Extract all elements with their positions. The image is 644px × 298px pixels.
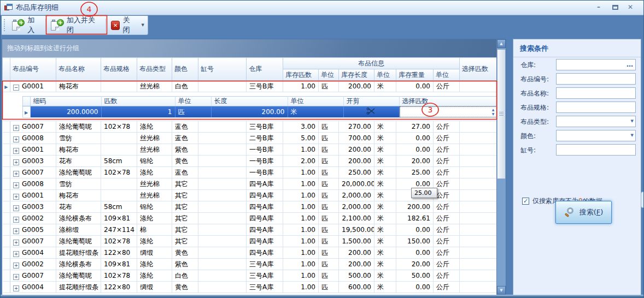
cell-select-pieces[interactable]: [460, 236, 497, 247]
detail-header-unit1[interactable]: 单位: [175, 97, 211, 106]
cell-select-pieces[interactable]: [460, 247, 497, 259]
expander-icon[interactable]: +: [13, 148, 19, 154]
scrollbar-thumb[interactable]: [497, 49, 506, 179]
expander-icon[interactable]: +: [13, 194, 19, 200]
expander-icon[interactable]: +: [13, 125, 19, 131]
cell-select-pieces[interactable]: [460, 133, 497, 144]
minimize-button[interactable]: –: [592, 3, 605, 13]
close-dropdown-caret[interactable]: ▼: [140, 23, 148, 27]
expander-icon[interactable]: −: [13, 85, 19, 91]
table-row[interactable]: +G0005 涤棉缎 247×114 棉 其它 四号A库 1.00 匹 19,5…: [3, 224, 497, 236]
expander-icon[interactable]: +: [13, 228, 19, 234]
column-header-batch[interactable]: 缸号: [198, 58, 247, 81]
cut-button[interactable]: [343, 106, 399, 118]
table-row[interactable]: +G0004 提花顺纡缎条 122×80 绸缎 黄色 四号A库 1.00 匹 2…: [3, 247, 497, 259]
expander-icon[interactable]: +: [13, 285, 19, 291]
search-field-input[interactable]: ▼: [556, 116, 636, 127]
cell-select-pieces[interactable]: [460, 190, 497, 201]
dropdown-arrow-icon[interactable]: ▼: [631, 116, 634, 127]
ellipsis-button[interactable]: …: [627, 59, 634, 70]
column-header-spec[interactable]: 布品规格: [101, 58, 137, 81]
detail-header-length[interactable]: 长度: [211, 97, 288, 106]
add-button[interactable]: + 加入: [8, 16, 45, 34]
close-window-button[interactable]: ✕: [624, 3, 637, 13]
search-button[interactable]: 搜索(F): [555, 201, 612, 224]
search-field-input[interactable]: [556, 73, 636, 85]
scroll-down-button[interactable]: ▼: [497, 286, 506, 295]
detail-header-fine-code[interactable]: 细码: [30, 97, 101, 106]
expander-icon[interactable]: +: [13, 182, 19, 188]
table-row[interactable]: +G0007 涤纶葡萄呢 102×78 涤纶 白色 三号A库 1.00 匹 50…: [3, 270, 497, 282]
search-field-input[interactable]: [556, 102, 636, 113]
column-header-unit2[interactable]: 单位: [374, 69, 396, 81]
search-field-input[interactable]: …: [556, 59, 636, 70]
search-field-input[interactable]: [556, 144, 636, 156]
expander-icon[interactable]: +: [13, 240, 19, 246]
cell-select-pieces[interactable]: [460, 201, 497, 213]
toolbar-grip[interactable]: [4, 19, 5, 31]
expander-icon[interactable]: +: [13, 159, 19, 165]
detail-row[interactable]: ▶ 200.0000 1 匹 200.00 米: [22, 106, 497, 118]
column-header-stock-weight[interactable]: 库存重量: [396, 69, 434, 81]
column-header-stock-length[interactable]: 库存长度: [339, 69, 374, 81]
select-pieces-editor[interactable]: ▲ ▼: [400, 106, 497, 117]
cell-select-pieces[interactable]: [460, 121, 497, 133]
expander-icon[interactable]: +: [13, 251, 19, 257]
table-row[interactable]: ▶ −G0001 梅花布 丝光棉 白色 三号B库 1.00 匹 200.00 米…: [3, 81, 497, 92]
cell-select-pieces[interactable]: [460, 81, 497, 92]
group-by-panel[interactable]: 拖动列标题到这进行分组: [2, 39, 496, 57]
table-row[interactable]: +G0008 雪纺 丝光棉 蓝色 二号B库 5.00 匹 700.00 米 0.…: [3, 133, 497, 144]
expander-icon[interactable]: +: [13, 217, 19, 223]
table-row[interactable]: +G0002 涤纶横条布 109×81 涤纶 紫色 三号A库 1.00 匹 20…: [3, 259, 497, 270]
scroll-up-button[interactable]: ▲: [497, 39, 506, 48]
cell-select-pieces[interactable]: [460, 178, 497, 190]
cell-select-pieces[interactable]: [460, 144, 497, 156]
spin-down-button[interactable]: ▼: [492, 112, 495, 116]
column-header-select-pieces[interactable]: 选择匹数: [460, 58, 497, 81]
column-group-fabric-info[interactable]: 布品信息: [283, 58, 460, 69]
detail-header-select-pieces[interactable]: 选择匹数: [399, 97, 497, 106]
table-row[interactable]: +G0003 花布 58cm 锦纶 其它 四号A库 1.00 匹 2,000.0…: [3, 201, 497, 213]
table-row[interactable]: +G0007 涤纶葡萄呢 102×78 涤纶 蓝色 一号B库 1.00 匹 25…: [3, 167, 497, 178]
expander-icon[interactable]: +: [13, 263, 19, 269]
table-row[interactable]: +G0003 花布 58cm 锦纶 黄色 一号B库 2.00 匹 200.00 …: [3, 156, 497, 167]
expander-icon[interactable]: +: [13, 274, 19, 280]
checkbox-checked-icon[interactable]: ✓: [522, 198, 529, 205]
cell-select-pieces[interactable]: [460, 156, 497, 167]
cell-code: G0002: [22, 214, 44, 222]
column-header-code[interactable]: 布品编号: [10, 58, 56, 81]
detail-header-cut[interactable]: 开剪: [343, 97, 399, 106]
column-header-unit3[interactable]: 单位: [434, 69, 460, 81]
table-row[interactable]: +G0007 涤纶葡萄呢 102×78 涤纶 蓝色 三号B库 3.00 匹 27…: [3, 121, 497, 133]
expander-icon[interactable]: +: [13, 205, 19, 211]
cell-select-pieces[interactable]: [460, 270, 497, 282]
close-button[interactable]: ✕ 关闭: [107, 16, 140, 34]
splitter-grip[interactable]: [641, 192, 644, 208]
cell-select-pieces[interactable]: [460, 282, 497, 293]
vertical-scrollbar[interactable]: ▲ ▼: [496, 39, 506, 295]
expander-icon[interactable]: +: [13, 171, 19, 177]
table-row[interactable]: +G0002 涤纶横条布 109×81 涤纶 其它 四号A库 1.00 匹 2,…: [3, 213, 497, 224]
column-header-color[interactable]: 颜色: [172, 58, 198, 81]
search-field-input[interactable]: [556, 87, 636, 99]
table-row[interactable]: +G0007 涤纶葡萄呢 102×78 涤纶 其它 四号A库 1.00 匹 1,…: [3, 236, 497, 247]
maximize-button[interactable]: [608, 3, 622, 13]
detail-header-unit2[interactable]: 单位: [288, 97, 343, 106]
table-row[interactable]: +G0004 提花顺纡缎条 122×80 绸缎 黄色 三号A库 1.00 匹 6…: [3, 282, 497, 293]
spin-up-button[interactable]: ▲: [492, 108, 495, 111]
cell-select-pieces[interactable]: [460, 213, 497, 224]
cell-select-pieces[interactable]: [460, 259, 497, 270]
column-header-type[interactable]: 布品类型: [137, 58, 172, 81]
column-header-warehouse[interactable]: 仓库: [247, 58, 283, 81]
column-header-name[interactable]: 布品名称: [56, 58, 101, 81]
detail-header-pieces[interactable]: 匹数: [101, 97, 175, 106]
column-header-stock-pieces[interactable]: 库存匹数: [283, 69, 319, 81]
add-and-close-button[interactable]: + 加入并关闭: [47, 16, 104, 34]
cell-select-pieces[interactable]: [460, 167, 497, 178]
search-field-input[interactable]: ▼: [556, 130, 636, 141]
table-row[interactable]: +G0001 梅花布 丝光棉 紫色 一号B库 1.00 匹 200.00 米 0…: [3, 144, 497, 156]
cell-select-pieces[interactable]: [460, 224, 497, 236]
column-header-unit1[interactable]: 单位: [319, 69, 339, 81]
expander-icon[interactable]: +: [13, 136, 19, 142]
dropdown-arrow-icon[interactable]: ▼: [631, 130, 634, 141]
